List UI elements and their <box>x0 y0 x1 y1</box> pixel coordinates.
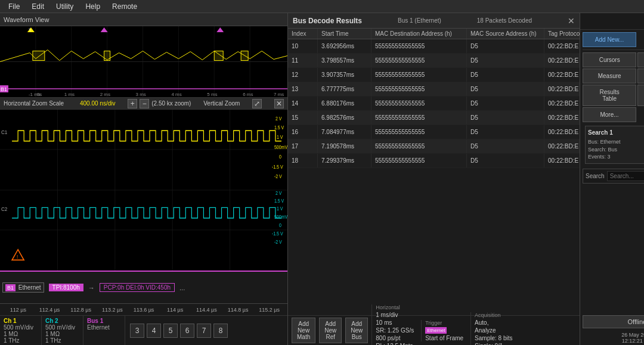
col-index: Index <box>288 29 318 39</box>
svg-text:B1: B1 <box>1 86 7 92</box>
td-mac-src: D5 <box>467 111 544 125</box>
table-row[interactable]: 10 3.692956ms 555555555555555 D5 00:22:B… <box>288 39 580 54</box>
horizontal-val2: 10 ms <box>376 319 414 326</box>
callout-btn[interactable]: Callout <box>637 52 644 67</box>
zoom-scale-val: 400.00 ns/div <box>80 100 116 107</box>
table-row[interactable]: 14 6.880176ms 555555555555555 D5 00:22:B… <box>288 97 580 111</box>
search-input[interactable] <box>607 171 644 181</box>
td-index: 12 <box>288 68 318 82</box>
num-btn-6[interactable]: 6 <box>180 324 194 338</box>
num-btn-3[interactable]: 3 <box>130 324 144 338</box>
menu-utility[interactable]: Utility <box>50 1 79 12</box>
menu-remote[interactable]: Remote <box>106 1 143 12</box>
table-row[interactable]: 11 3.798557ms 555555555555555 D5 00:22:B… <box>288 54 580 68</box>
more-btn[interactable]: More... <box>583 107 636 122</box>
td-tag: 00:22:BD:E <box>544 111 580 125</box>
svg-rect-10 <box>33 51 45 61</box>
td-mac-src: D5 <box>467 68 544 82</box>
time-mark-0: 112 µs <box>2 307 34 313</box>
svg-text:-1.5 V: -1.5 V <box>272 231 284 237</box>
acquisition-val3: Sample: 8 bits <box>475 335 512 341</box>
td-tag: 00:22:BD:E <box>544 139 580 153</box>
svg-rect-14 <box>214 51 223 61</box>
zoom-factor-val: (2.50 kx zoom) <box>151 100 191 107</box>
td-mac-dest: 555555555555555 <box>371 82 467 96</box>
td-tag: 00:22:BD:E <box>544 54 580 67</box>
add-new-math-btn[interactable]: Add New Math <box>292 318 315 343</box>
td-mac-src: D5 <box>467 97 544 110</box>
add-new-ref-btn[interactable]: Add New Ref <box>319 318 342 343</box>
td-mac-src: D5 <box>467 154 544 167</box>
td-mac-dest: 555555555555555 <box>371 111 467 125</box>
measure-btn[interactable]: Measure <box>583 69 636 83</box>
zoom-in-btn[interactable]: + <box>128 99 137 108</box>
decode-packets: 18 Packets Decoded <box>477 17 532 24</box>
results-plot-row: Results Table Plot <box>583 85 644 106</box>
zoom-controls: + − (2.50 kx zoom) <box>128 99 191 108</box>
waveform-detail[interactable]: C1 2 V 1.5 V 1 V 500mV 0 -1.5 V -2 V C2 <box>0 110 287 271</box>
td-index: 11 <box>288 54 318 67</box>
search-search-label: Search: Bus <box>588 146 621 154</box>
num-btn-5[interactable]: 5 <box>163 324 178 338</box>
decode-table[interactable]: Index Start Time MAC Destination Address… <box>288 29 580 315</box>
bottom-status: Offline 26 May 2020 12:12:21 PM <box>580 313 644 345</box>
waveform-overview[interactable]: T B1 -1 ms 0s 1 ms 2 ms 3 ms 4 ms 5 ms 6… <box>0 26 287 98</box>
results-table-btn[interactable]: Results Table <box>583 85 636 106</box>
td-mac-src: D5 <box>467 39 544 53</box>
td-mac-dest: 555555555555555 <box>371 154 467 167</box>
bus-bar: B1 Ethernet TPI:8100h → PCP:0h DEI:0h VI… <box>0 271 287 303</box>
table-row[interactable]: 17 7.190578ms 555555555555555 D5 00:22:B… <box>288 139 580 154</box>
offline-status-btn[interactable]: Offline <box>583 315 644 328</box>
svg-text:1 V: 1 V <box>277 206 283 212</box>
td-mac-dest: 555555555555555 <box>371 97 467 110</box>
right-top-buttons: Add New... Cursors Callout Measure Searc… <box>580 30 644 187</box>
cursors-btn[interactable]: Cursors <box>583 52 636 67</box>
horizontal-val5: RL: 12.5 Mpts <box>376 343 414 346</box>
svg-text:C1: C1 <box>1 129 7 135</box>
num-btn-7[interactable]: 7 <box>197 324 211 338</box>
plot-btn[interactable]: Plot <box>637 85 644 106</box>
menu-help[interactable]: Help <box>79 1 106 12</box>
td-mac-src: D5 <box>467 82 544 96</box>
horizontal-val4: 800 ps/pt <box>376 335 414 341</box>
search-bus-label: Bus: Ethernet <box>588 138 621 146</box>
table-row[interactable]: 13 6.777775ms 555555555555555 D5 00:22:B… <box>288 82 580 97</box>
close-zoom[interactable]: ✕ <box>274 99 284 108</box>
trigger-bus-badge: Ethernet <box>425 327 447 334</box>
add-new-bus-btn[interactable]: Add New Bus <box>345 318 368 343</box>
vertical-zoom-expand[interactable]: ⤢ <box>252 99 262 108</box>
zoom-out-btn[interactable]: − <box>140 99 149 108</box>
num-btn-4[interactable]: 4 <box>147 324 161 338</box>
td-index: 15 <box>288 111 318 125</box>
svg-text:-2 V: -2 V <box>274 174 283 180</box>
bus-label: B1 Ethernet <box>2 282 44 293</box>
num-btn-8[interactable]: 8 <box>213 324 228 338</box>
svg-text:T: T <box>29 28 32 32</box>
svg-text:1 ms: 1 ms <box>64 92 75 97</box>
td-index: 13 <box>288 82 318 96</box>
separator-1 <box>583 49 644 50</box>
svg-text:1.5 V: 1.5 V <box>274 125 284 130</box>
svg-text:6 ms: 6 ms <box>243 92 253 97</box>
svg-text:2 ms: 2 ms <box>100 92 110 97</box>
table-row[interactable]: 18 7.299379ms 555555555555555 D5 00:22:B… <box>288 154 580 168</box>
decode-close-btn[interactable]: ✕ <box>568 16 575 26</box>
table-row[interactable]: 12 3.907357ms 555555555555555 D5 00:22:B… <box>288 68 580 82</box>
zoom-label: Horizontal Zoom Scale <box>4 100 64 107</box>
bus-arrow: → <box>88 284 95 291</box>
svg-text:-2 V: -2 V <box>274 240 283 245</box>
ch1-val1: 500 mV/div <box>4 324 38 331</box>
td-mac-dest: 555555555555555 <box>371 39 467 53</box>
search-events-label: Events: 3 <box>588 153 621 161</box>
menu-edit[interactable]: Edit <box>26 1 50 12</box>
td-start: 3.692956ms <box>318 39 371 53</box>
horizontal-val1: 1 ms/div <box>376 312 414 318</box>
bus-content: TPI:8100h → PCP:0h DEI:0h VID:450h ... <box>44 283 287 292</box>
table-row[interactable]: 16 7.084977ms 555555555555555 D5 00:22:B… <box>288 125 580 139</box>
trigger-type: Start of Frame <box>425 335 463 341</box>
search-btn[interactable]: Search <box>637 69 644 83</box>
add-new-btn[interactable]: Add New... <box>583 32 636 47</box>
table-row[interactable]: 15 6.982576ms 555555555555555 D5 00:22:B… <box>288 111 580 125</box>
td-mac-src: D5 <box>467 54 544 67</box>
menu-file[interactable]: File <box>2 1 26 12</box>
